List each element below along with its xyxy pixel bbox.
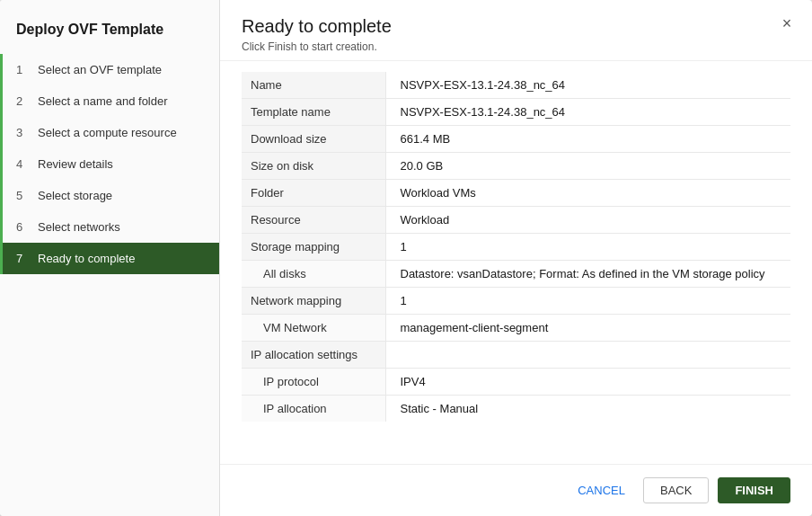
table-cell-value: Datastore: vsanDatastore; Format: As def… [385,261,790,288]
table-cell-key: Network mapping [242,288,385,315]
table-wrapper: NameNSVPX-ESX-13.1-24.38_nc_64Template n… [220,61,812,464]
table-cell-value: IPV4 [385,369,790,396]
table-cell-key: Template name [242,99,385,126]
table-row: Size on disk20.0 GB [242,153,790,180]
table-cell-key: VM Network [242,315,385,342]
table-cell-value: Workload VMs [385,180,790,207]
table-cell-value: 20.0 GB [385,153,790,180]
cancel-button[interactable]: CANCEL [569,478,634,503]
table-cell-key: IP allocation settings [242,342,385,369]
table-cell-value [385,342,790,369]
table-cell-value: NSVPX-ESX-13.1-24.38_nc_64 [385,99,790,126]
sidebar-item-compute-resource[interactable]: 3 Select a compute resource [0,117,219,148]
table-row: Storage mapping1 [242,234,790,261]
table-row: ResourceWorkload [242,207,790,234]
table-cell-value: Workload [385,207,790,234]
table-cell-value: Static - Manual [385,396,790,423]
page-title: Ready to complete [242,16,790,37]
table-cell-key: Name [242,72,385,99]
sidebar-title: Deploy OVF Template [0,7,219,54]
sidebar-label-5: Select storage [38,189,112,202]
step-number-4: 4 [16,157,31,171]
table-cell-value: 1 [385,288,790,315]
sidebar-label-4: Review details [38,157,113,171]
sidebar-label-2: Select a name and folder [38,94,168,108]
sidebar-label-6: Select networks [38,220,120,234]
finish-button[interactable]: FINISH [718,477,790,503]
table-cell-key: IP allocation [242,396,385,423]
sidebar-label-7: Ready to complete [38,252,135,265]
dialog-body: Deploy OVF Template 1 Select an OVF temp… [0,0,812,516]
table-cell-value: 1 [385,234,790,261]
sidebar: Deploy OVF Template 1 Select an OVF temp… [0,0,220,516]
table-cell-value: 661.4 MB [385,126,790,153]
sidebar-item-name-folder[interactable]: 2 Select a name and folder [0,85,219,117]
step-number-7: 7 [16,252,31,265]
table-cell-key: Size on disk [242,153,385,180]
footer: CANCEL BACK FINISH [220,464,812,516]
page-subtitle: Click Finish to start creation. [242,40,790,53]
summary-table: NameNSVPX-ESX-13.1-24.38_nc_64Template n… [242,72,790,422]
sidebar-label-1: Select an OVF template [38,63,162,76]
step-number-1: 1 [16,63,31,76]
step-number-2: 2 [16,94,31,108]
table-row: Template nameNSVPX-ESX-13.1-24.38_nc_64 [242,99,790,126]
table-row: Download size661.4 MB [242,126,790,153]
table-cell-key: Resource [242,207,385,234]
table-row: IP allocationStatic - Manual [242,396,790,423]
sidebar-item-storage[interactable]: 5 Select storage [0,180,219,211]
back-button[interactable]: BACK [643,477,709,503]
sidebar-item-ovf-template[interactable]: 1 Select an OVF template [0,54,219,85]
deploy-ovf-dialog: Deploy OVF Template 1 Select an OVF temp… [0,0,812,516]
step-number-3: 3 [16,126,31,139]
table-cell-key: IP protocol [242,369,385,396]
table-cell-key: All disks [242,261,385,288]
sidebar-item-ready[interactable]: 7 Ready to complete [0,243,219,274]
table-cell-key: Storage mapping [242,234,385,261]
table-row: FolderWorkload VMs [242,180,790,207]
table-row: NameNSVPX-ESX-13.1-24.38_nc_64 [242,72,790,99]
table-cell-value: management-client-segment [385,315,790,342]
table-cell-key: Folder [242,180,385,207]
step-number-5: 5 [16,189,31,202]
step-number-6: 6 [16,220,31,234]
main-content: Ready to complete Click Finish to start … [220,0,812,516]
table-row: IP allocation settings [242,342,790,369]
table-row: Network mapping1 [242,288,790,315]
table-row: IP protocolIPV4 [242,369,790,396]
table-cell-value: NSVPX-ESX-13.1-24.38_nc_64 [385,72,790,99]
sidebar-item-networks[interactable]: 6 Select networks [0,211,219,243]
close-button[interactable]: × [776,13,798,34]
sidebar-label-3: Select a compute resource [38,126,177,139]
table-cell-key: Download size [242,126,385,153]
sidebar-item-review-details[interactable]: 4 Review details [0,148,219,180]
table-row: VM Networkmanagement-client-segment [242,315,790,342]
table-row: All disksDatastore: vsanDatastore; Forma… [242,261,790,288]
main-header: Ready to complete Click Finish to start … [220,0,812,61]
